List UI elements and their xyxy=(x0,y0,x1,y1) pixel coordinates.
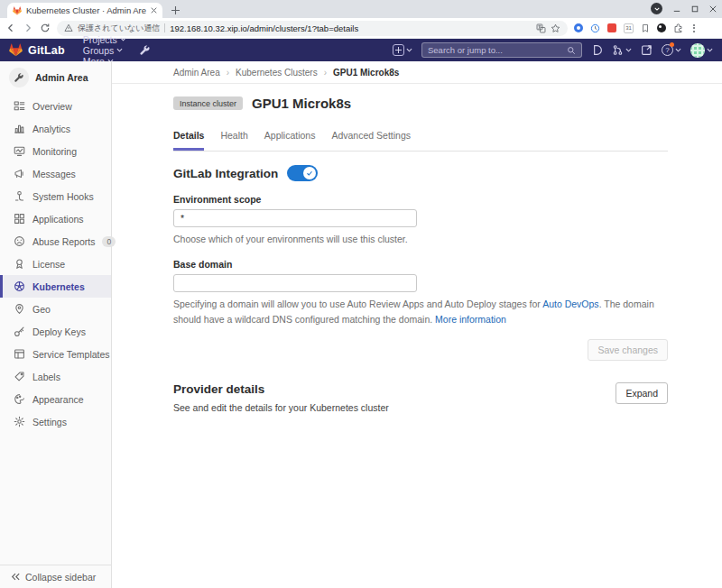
sidebar-item-overview[interactable]: Overview xyxy=(0,95,111,117)
page-title: GPU1 Microk8s xyxy=(252,96,351,111)
abuse-reports-icon xyxy=(14,235,25,247)
gitlab-logo-icon[interactable] xyxy=(9,43,23,57)
tab-close-icon[interactable] xyxy=(151,7,157,14)
global-search[interactable] xyxy=(421,42,582,58)
environment-scope-help: Choose which of your environments will u… xyxy=(173,232,668,246)
sidebar-item-labels[interactable]: Labels xyxy=(0,365,111,388)
extension-blue-icon[interactable] xyxy=(574,23,583,32)
search-icon xyxy=(567,46,576,55)
breadcrumb-separator: › xyxy=(227,68,229,78)
navbar-menu-label: Projects xyxy=(83,34,117,45)
notification-dot xyxy=(670,42,674,47)
sidebar-nav: OverviewAnalyticsMonitoringMessagesSyste… xyxy=(0,95,111,433)
admin-wrench-icon[interactable] xyxy=(139,44,151,56)
tab-applications[interactable]: Applications xyxy=(264,130,316,151)
todos-button[interactable] xyxy=(641,44,653,56)
user-avatar xyxy=(690,43,705,58)
sidebar-context-header[interactable]: Admin Area xyxy=(0,61,111,95)
extension-dark-icon[interactable] xyxy=(657,23,666,32)
collapse-sidebar-button[interactable]: Collapse sidebar xyxy=(0,565,111,588)
new-tab-button[interactable] xyxy=(168,3,182,17)
sidebar-item-messages[interactable]: Messages xyxy=(0,162,111,185)
messages-icon xyxy=(14,168,25,179)
browser-tab[interactable]: Kubernetes Cluster · Admin Are xyxy=(7,3,162,18)
omnibox-separator xyxy=(164,23,165,32)
environment-scope-input[interactable] xyxy=(173,209,417,227)
collapse-sidebar-label: Collapse sidebar xyxy=(25,572,96,583)
new-dropdown[interactable] xyxy=(393,44,412,56)
sidebar-item-label: Monitoring xyxy=(32,146,77,157)
settings-icon xyxy=(14,416,25,427)
chrome-profile-icon[interactable] xyxy=(651,3,662,14)
extension-clock-icon[interactable] xyxy=(590,23,600,33)
issues-dashboard-button[interactable] xyxy=(591,44,603,56)
sidebar-item-geo[interactable]: Geo xyxy=(0,298,111,320)
merge-requests-dropdown[interactable] xyxy=(612,44,632,56)
system-hooks-icon xyxy=(14,190,25,202)
sidebar-item-settings[interactable]: Settings xyxy=(0,410,111,433)
base-domain-input[interactable] xyxy=(173,274,417,292)
chevron-down-icon xyxy=(116,48,123,52)
collapse-chevrons-icon xyxy=(11,573,20,581)
gitlab-wordmark[interactable]: GitLab xyxy=(28,44,65,57)
translate-icon[interactable] xyxy=(536,23,546,33)
help-dropdown[interactable]: ? xyxy=(662,44,681,56)
chevron-down-icon xyxy=(120,37,126,41)
sidebar-item-deploy-keys[interactable]: Deploy Keys xyxy=(0,320,111,343)
sidebar-item-monitoring[interactable]: Monitoring xyxy=(0,140,111,162)
bookmark-flag-icon[interactable] xyxy=(641,23,650,33)
sidebar-item-label: Labels xyxy=(32,372,60,382)
address-bar[interactable]: 保護されていない通信 192.168.10.32.xip.io/admin/cl… xyxy=(57,21,568,36)
auto-devops-link[interactable]: Auto DevOps xyxy=(542,299,598,309)
not-secure-warning-icon[interactable] xyxy=(64,23,73,32)
more-information-link[interactable]: More information xyxy=(435,314,506,325)
extension-red-icon[interactable] xyxy=(607,23,616,32)
applications-icon xyxy=(14,213,25,225)
sidebar-item-license[interactable]: License xyxy=(0,253,111,275)
chevron-down-icon xyxy=(707,48,713,52)
main-content: Admin Area›Kubernetes Clusters›GPU1 Micr… xyxy=(112,61,722,588)
provider-details-heading: Provider details xyxy=(173,382,616,396)
sidebar-item-service-templates[interactable]: Service Templates xyxy=(0,343,111,365)
sidebar-item-kubernetes[interactable]: Kubernetes xyxy=(0,275,111,298)
navbar-menu-groups[interactable]: Groups xyxy=(78,45,132,56)
sidebar-item-label: Deploy Keys xyxy=(32,326,86,337)
calendar-31-icon[interactable]: 31 xyxy=(624,23,634,33)
gitlab-integration-toggle[interactable] xyxy=(287,165,318,181)
breadcrumb-item[interactable]: Admin Area xyxy=(173,68,220,78)
breadcrumb-item[interactable]: GPU1 Microk8s xyxy=(333,68,399,78)
back-button[interactable] xyxy=(5,23,16,33)
count-badge: 0 xyxy=(102,236,116,247)
breadcrumb-item[interactable]: Kubernetes Clusters xyxy=(236,68,318,78)
navbar-menu-label: Groups xyxy=(83,45,114,56)
tab-title: Kubernetes Cluster · Admin Are xyxy=(26,5,146,15)
search-input[interactable] xyxy=(428,45,563,55)
plus-icon xyxy=(393,44,404,56)
browser-menu-icon[interactable] xyxy=(690,24,698,32)
instance-cluster-badge: Instance cluster xyxy=(173,96,243,110)
user-menu-dropdown[interactable] xyxy=(690,43,713,58)
labels-icon xyxy=(14,371,25,382)
forward-button[interactable] xyxy=(23,23,33,33)
navbar-menu-projects[interactable]: Projects xyxy=(78,34,132,45)
tab-advanced-settings[interactable]: Advanced Settings xyxy=(331,130,411,151)
sidebar-item-applications[interactable]: Applications xyxy=(0,207,111,230)
expand-button[interactable]: Expand xyxy=(616,382,668,404)
bookmark-star-icon[interactable] xyxy=(551,23,560,33)
url-text[interactable]: 192.168.10.32.xip.io/admin/clusters/1?ta… xyxy=(170,23,532,33)
save-changes-button[interactable]: Save changes xyxy=(588,339,668,361)
tab-health[interactable]: Health xyxy=(220,130,247,151)
sidebar-item-analytics[interactable]: Analytics xyxy=(0,117,111,140)
close-window-button[interactable] xyxy=(709,5,717,13)
sidebar-item-system-hooks[interactable]: System Hooks xyxy=(0,185,111,207)
sidebar-item-appearance[interactable]: Appearance xyxy=(0,388,111,410)
tab-details[interactable]: Details xyxy=(173,130,204,151)
minimize-button[interactable] xyxy=(673,5,680,13)
sidebar-item-abuse-reports[interactable]: Abuse Reports0 xyxy=(0,230,111,253)
reload-button[interactable] xyxy=(40,23,51,33)
maximize-button[interactable] xyxy=(691,5,699,13)
sidebar-item-label: License xyxy=(32,259,65,270)
gitlab-navbar: GitLab ProjectsGroupsMore ? xyxy=(0,39,722,61)
extensions-puzzle-icon[interactable] xyxy=(673,23,683,33)
sidebar-item-label: Abuse Reports xyxy=(32,236,95,247)
